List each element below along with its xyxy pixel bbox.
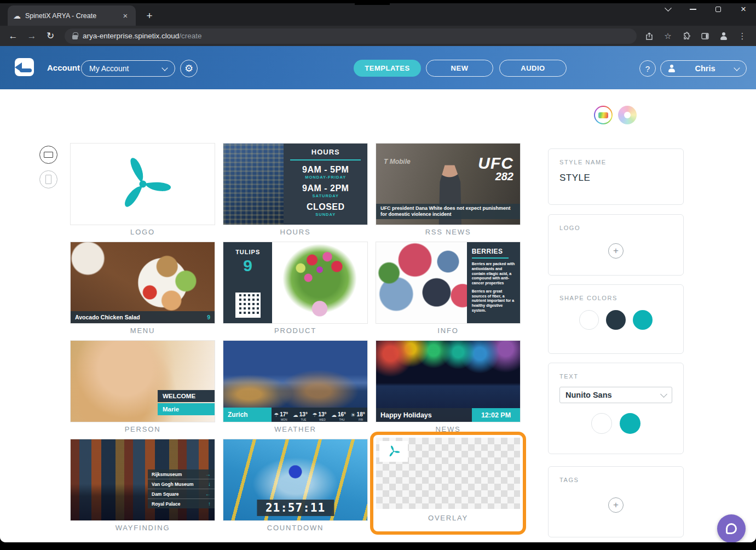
forecast-item: ☂17°MON	[274, 409, 288, 421]
weather-icon: ☁	[331, 412, 337, 418]
product-name: TULIPS	[223, 249, 272, 255]
template-card-news[interactable]: Happy Holidays 12:02 PM	[376, 340, 521, 422]
template-card-menu[interactable]: Avocado Chicken Salad 9	[70, 242, 215, 324]
template-card-rss-news[interactable]: T Mobile UFC 282 UFC president Dana Whit…	[376, 143, 521, 225]
share-icon[interactable]	[643, 30, 655, 42]
shape-color-dark-swatch[interactable]	[606, 310, 626, 330]
rss-badge-ufc: UFC	[478, 156, 513, 171]
shape-color-teal-swatch[interactable]	[633, 310, 653, 330]
card-caption-overlay: OVERLAY	[376, 509, 520, 526]
gradient-theme-icon[interactable]	[594, 106, 613, 124]
card-caption-menu: MENU	[70, 326, 215, 335]
tab-templates[interactable]: TEMPLATES	[354, 60, 421, 77]
spinetix-app-logo[interactable]	[15, 58, 34, 76]
template-card-hours[interactable]: HOURS 9AM - 5PMMONDAY-FRIDAY 9AM - 2PMSA…	[223, 143, 368, 225]
back-button[interactable]: ←	[5, 28, 21, 44]
tab-audio[interactable]: AUDIO	[499, 60, 567, 77]
wayfinding-row: Rijksmuseum→	[148, 469, 215, 479]
url-text: arya-enterprise.spinetix.cloud/create	[83, 32, 202, 40]
orientation-landscape-button[interactable]	[39, 146, 57, 164]
template-card-product[interactable]: TULIPS 9	[223, 242, 368, 324]
forecast-item: ☁13°TUE	[293, 409, 308, 421]
new-tab-button[interactable]: +	[142, 9, 157, 23]
tab-new[interactable]: NEW	[426, 60, 493, 77]
font-select[interactable]: Nunito Sans	[559, 387, 672, 403]
window-dropdown-chevron-icon[interactable]	[660, 3, 676, 16]
add-tag-button[interactable]: +	[608, 497, 624, 513]
profile-avatar-icon[interactable]	[718, 30, 730, 42]
template-card-person[interactable]: WELCOME Marie	[70, 340, 215, 422]
weather-bar: Zurich ☂17°MON ☁13°TUE ☂13°WED ☁16°THU ☀…	[223, 408, 367, 422]
menu-kebab-icon[interactable]: ⋮	[736, 30, 748, 42]
menu-item-name: Avocado Chicken Salad	[75, 314, 140, 320]
product-photo-bouquet	[272, 242, 367, 323]
settings-gear-button[interactable]: ⚙	[180, 60, 198, 77]
user-menu[interactable]: Chris	[660, 60, 747, 77]
template-card-info[interactable]: BERRIES Berries are packed with antioxid…	[376, 242, 521, 324]
menu-item-price: 9	[207, 314, 210, 320]
window-maximize-button[interactable]	[710, 3, 726, 16]
wayfinding-list: Rijksmuseum→ Van Gogh Museum↓ Dam Square…	[148, 469, 215, 508]
rss-badge-number: 282	[478, 171, 513, 182]
hours-photo-background	[223, 144, 284, 225]
color-wheel-icon[interactable]	[618, 106, 637, 124]
shape-colors-label: SHAPE COLORS	[559, 295, 672, 301]
text-color-white-swatch[interactable]	[591, 413, 612, 434]
bookmark-star-icon[interactable]: ☆	[662, 30, 674, 42]
titlebar-notch	[355, 0, 390, 5]
support-chat-button[interactable]	[717, 514, 746, 542]
template-card-weather[interactable]: Zurich ☂17°MON ☁13°TUE ☂13°WED ☁16°THU ☀…	[223, 340, 368, 422]
forecast-temp: 17°	[280, 411, 288, 417]
weather-city: Zurich	[223, 408, 272, 422]
destination-name: Rijksmuseum	[152, 472, 182, 477]
rss-photo-badge: UFC 282	[478, 156, 513, 182]
user-name: Chris	[681, 64, 729, 73]
extensions-puzzle-icon[interactable]	[680, 30, 692, 42]
template-card-wayfinding[interactable]: Rijksmuseum→ Van Gogh Museum↓ Dam Square…	[70, 439, 215, 521]
hours-days: SUNDAY	[289, 212, 362, 217]
help-button[interactable]: ?	[639, 60, 656, 77]
user-icon	[668, 65, 676, 72]
chevron-down-icon	[734, 65, 740, 71]
tab-close-icon[interactable]: ×	[120, 11, 130, 21]
side-panel-icon[interactable]	[699, 30, 711, 42]
forecast-item: ☀18°FRI	[351, 409, 365, 421]
account-select-value: My Account	[89, 64, 129, 73]
hours-time: CLOSED	[289, 202, 362, 212]
template-card-countdown[interactable]: 21:57:11	[223, 439, 368, 521]
toolbar-right-icons: ☆ ⋮	[643, 30, 751, 42]
template-card-overlay-selected[interactable]: OVERLAY	[370, 432, 526, 535]
weather-icon: ☀	[351, 412, 356, 418]
window-close-button[interactable]: ×	[735, 3, 752, 16]
logo-bar-shape	[20, 68, 32, 72]
forecast-item: ☂13°WED	[312, 409, 326, 421]
card-caption-weather: WEATHER	[223, 425, 368, 433]
direction-arrow-icon: ↑	[208, 501, 211, 507]
card-caption-countdown: COUNTDOWN	[223, 524, 368, 532]
forecast-day: WED	[318, 419, 326, 421]
style-name-value[interactable]: STYLE	[559, 173, 672, 184]
destination-name: Dam Square	[152, 491, 179, 497]
hours-overlay-panel: HOURS 9AM - 5PMMONDAY-FRIDAY 9AM - 2PMSA…	[284, 144, 367, 225]
browser-tab[interactable]: ☁ SpinetiX ARYA - Create ×	[8, 5, 136, 26]
card-caption-info: INFO	[376, 326, 521, 335]
forward-button[interactable]: →	[24, 28, 39, 44]
template-card-logo[interactable]	[70, 143, 215, 225]
wayfinding-row: Royal Palace↑	[148, 499, 215, 508]
address-bar[interactable]: arya-enterprise.spinetix.cloud/create	[65, 28, 637, 44]
style-name-panel: STYLE NAME STYLE	[548, 148, 684, 205]
window-minimize-button[interactable]	[685, 3, 701, 16]
url-path: /create	[179, 32, 201, 40]
logo-label: LOGO	[559, 225, 672, 231]
forecast-temp: 16°	[338, 411, 346, 417]
chevron-down-icon	[660, 391, 667, 398]
rss-photo-brand-text: T Mobile	[384, 158, 411, 165]
add-logo-button[interactable]: +	[608, 243, 624, 259]
card-caption-person: PERSON	[70, 425, 215, 433]
orientation-portrait-button[interactable]	[39, 170, 57, 188]
shape-color-white-swatch[interactable]	[579, 310, 599, 330]
account-select[interactable]: My Account	[81, 60, 175, 77]
reload-button[interactable]: ↻	[43, 28, 58, 44]
text-color-teal-swatch[interactable]	[620, 413, 640, 434]
direction-arrow-icon: ←	[205, 491, 211, 497]
